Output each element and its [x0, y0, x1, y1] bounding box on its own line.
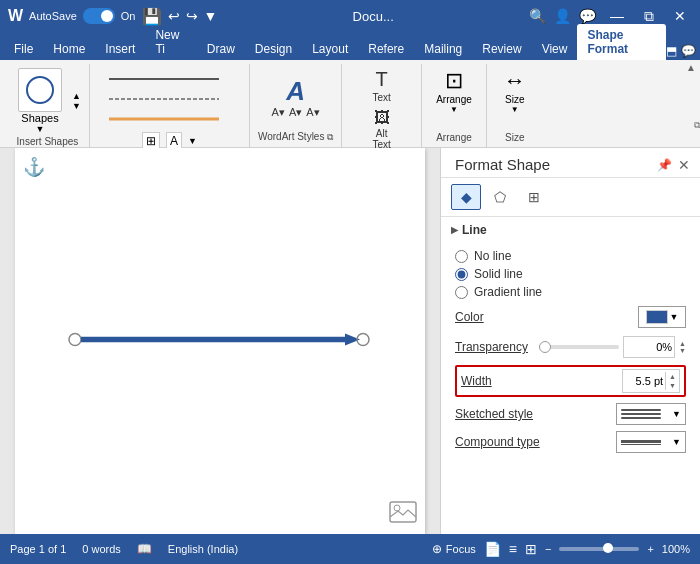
zoom-level[interactable]: 100%: [662, 543, 690, 555]
shapes-button[interactable]: Shapes ▼: [14, 66, 66, 136]
close-button[interactable]: ✕: [668, 6, 692, 26]
wordart-content: A A▾ A▾ A▾: [272, 66, 320, 131]
tab-fill-effects[interactable]: ◆: [451, 184, 481, 210]
sketched-style-dropdown[interactable]: ▼: [616, 403, 686, 425]
style-line-2[interactable]: [104, 90, 234, 108]
ribbon-icon2[interactable]: 💬: [681, 44, 696, 58]
scroll-indicator[interactable]: ▼: [188, 136, 197, 146]
size-dropdown[interactable]: ▼: [511, 105, 519, 114]
no-line-radio[interactable]: [455, 250, 468, 263]
scroll-up-icon[interactable]: ▲: [72, 91, 81, 101]
status-bar: Page 1 of 1 0 words 📖 English (India) ⊕ …: [0, 534, 700, 564]
style-line-1[interactable]: [104, 70, 234, 88]
focus-button[interactable]: ⊕ Focus: [432, 542, 476, 556]
line-section-arrow: ▶: [451, 225, 458, 235]
arrange-icon: ⊡: [445, 68, 463, 94]
view-icon1[interactable]: 📄: [484, 541, 501, 557]
canvas-line[interactable]: [65, 325, 375, 358]
tab-layout[interactable]: Layout: [302, 38, 358, 60]
gradient-line-radio[interactable]: [455, 286, 468, 299]
transparency-spin-up[interactable]: ▲: [679, 340, 686, 347]
tab-home[interactable]: Home: [43, 38, 95, 60]
tab-file[interactable]: File: [4, 38, 43, 60]
transparency-label: Transparency: [455, 340, 528, 354]
tab-refere[interactable]: Refere: [358, 38, 414, 60]
sketched-style-row: Sketched style ▼: [455, 403, 686, 425]
ribbon-collapse-button[interactable]: ▲: [682, 60, 700, 75]
panel-pin-icon[interactable]: 📌: [657, 158, 672, 172]
tab-view[interactable]: View: [532, 38, 578, 60]
tab-shape-format[interactable]: Shape Format: [577, 24, 666, 60]
zoom-in-icon[interactable]: +: [647, 543, 653, 555]
arrange-group: ⊡ Arrange ▼ Arrange: [422, 64, 487, 147]
shapes-label: Shapes: [21, 112, 58, 124]
word-count-label: 0 words: [82, 543, 121, 555]
language-label: English (India): [168, 543, 238, 555]
save-icon[interactable]: 💾: [142, 7, 162, 26]
comments-icon[interactable]: 💬: [579, 8, 596, 24]
transparency-slider[interactable]: [539, 345, 619, 349]
panel-close-icon[interactable]: ✕: [678, 157, 690, 173]
tab-effects[interactable]: ⬠: [485, 184, 515, 210]
text-effects-icon[interactable]: A▾: [306, 106, 319, 119]
tab-mailing[interactable]: Mailing: [414, 38, 472, 60]
text-fill-icon[interactable]: A▾: [272, 106, 285, 119]
sketched-dropdown-arrow: ▼: [672, 409, 681, 419]
minimize-button[interactable]: —: [604, 6, 630, 26]
compound-dropdown-arrow: ▼: [672, 437, 681, 447]
focus-label: Focus: [446, 543, 476, 555]
customize-icon[interactable]: ▼: [204, 8, 218, 24]
transparency-thumb[interactable]: [539, 341, 551, 353]
width-input[interactable]: [623, 370, 665, 392]
search-icon[interactable]: 🔍: [529, 8, 546, 24]
shapes-dropdown-arrow[interactable]: ▼: [36, 124, 45, 134]
autosave-toggle[interactable]: [83, 8, 115, 24]
tab-review[interactable]: Review: [472, 38, 531, 60]
style-line-3[interactable]: [104, 110, 234, 128]
width-spin-down[interactable]: ▼: [666, 381, 679, 390]
zoom-thumb[interactable]: [603, 543, 613, 553]
compound-type-dropdown[interactable]: ▼: [616, 431, 686, 453]
undo-icon[interactable]: ↩: [168, 8, 180, 24]
zoom-slider[interactable]: [559, 547, 639, 551]
tab-new-ti[interactable]: New Ti: [145, 24, 196, 60]
word-count[interactable]: 0 words: [82, 543, 121, 555]
page-info[interactable]: Page 1 of 1: [10, 543, 66, 555]
proofing-icon[interactable]: 📖: [137, 542, 152, 556]
color-picker[interactable]: ▼: [638, 306, 686, 328]
focus-icon: ⊕: [432, 542, 442, 556]
arrange-button[interactable]: ⊡ Arrange ▼: [430, 66, 478, 116]
scroll-down-icon[interactable]: ▼: [72, 101, 81, 111]
view-icon3[interactable]: ⊞: [525, 541, 537, 557]
size-button[interactable]: ↔ Size ▼: [495, 66, 535, 116]
format-panel-tabs: ◆ ⬠ ⊞: [441, 178, 700, 217]
tab-layout-properties[interactable]: ⊞: [519, 184, 549, 210]
share-icon[interactable]: 👤: [554, 8, 571, 24]
ribbon-icon1[interactable]: ⬒: [666, 44, 677, 58]
arrange-dropdown[interactable]: ▼: [450, 105, 458, 114]
wordart-styles-group: A A▾ A▾ A▾ WordArt Styles ⧉: [250, 64, 342, 147]
size-label: Size: [505, 94, 524, 105]
tab-draw[interactable]: Draw: [197, 38, 245, 60]
redo-icon[interactable]: ↪: [186, 8, 198, 24]
tab-design[interactable]: Design: [245, 38, 302, 60]
shapes-scroll: ▲ ▼: [72, 91, 81, 111]
transparency-input[interactable]: 0%: [623, 336, 675, 358]
solid-line-radio[interactable]: [455, 268, 468, 281]
autosave-state: On: [121, 10, 136, 22]
tab-insert[interactable]: Insert: [95, 38, 145, 60]
svg-point-3: [69, 334, 81, 346]
zoom-out-icon[interactable]: −: [545, 543, 551, 555]
shape-styles-expand[interactable]: ⧉: [694, 120, 700, 131]
size-content: ↔ Size ▼: [495, 66, 535, 132]
width-spin-up[interactable]: ▲: [666, 372, 679, 381]
text-button[interactable]: T Text: [362, 66, 402, 105]
transparency-right: 0% ▲ ▼: [539, 336, 686, 358]
alt-text-button[interactable]: 🖼 AltText: [362, 107, 402, 152]
line-section-header[interactable]: ▶ Line: [441, 217, 700, 241]
shape-styles-group: ⊞ A ▼ Shape Styles ⧉: [90, 64, 250, 147]
text-outline-icon[interactable]: A▾: [289, 106, 302, 119]
ribbon-tabs: File Home Insert New Ti Draw Design Layo…: [0, 32, 700, 60]
view-icon2[interactable]: ≡: [509, 541, 517, 557]
transparency-spin-down[interactable]: ▼: [679, 347, 686, 354]
